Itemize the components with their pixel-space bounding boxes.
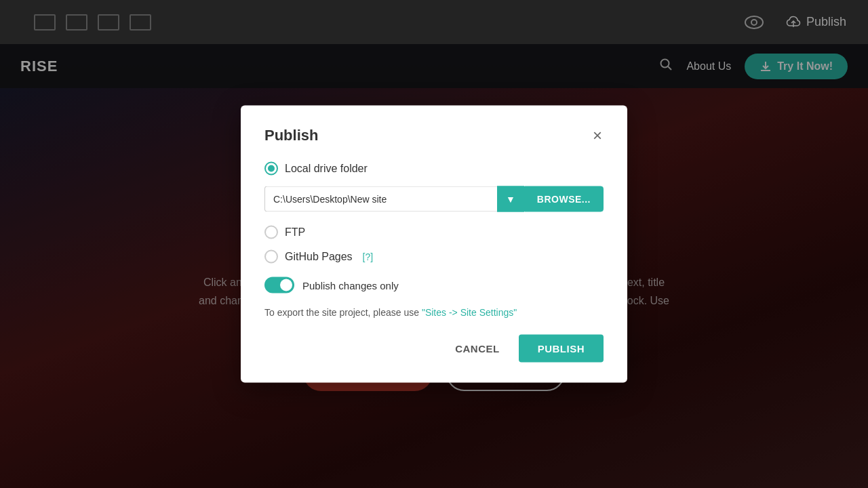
path-dropdown-button[interactable]: ▼ (497, 186, 524, 212)
modal-title: Publish (264, 127, 318, 144)
github-help-link[interactable]: [?] (363, 251, 374, 262)
cancel-button[interactable]: CANCEL (444, 336, 511, 361)
github-option[interactable]: GitHub Pages [?] (264, 250, 604, 264)
local-drive-radio[interactable] (264, 162, 278, 176)
toggle-label: Publish changes only (302, 279, 399, 291)
path-input[interactable] (264, 186, 497, 212)
ftp-label: FTP (285, 226, 305, 239)
toggle-row: Publish changes only (264, 277, 604, 293)
publish-changes-toggle[interactable] (264, 277, 294, 293)
ftp-option[interactable]: FTP (264, 226, 604, 239)
export-note: To export the site project, please use "… (264, 307, 604, 318)
browse-button[interactable]: BROWSE... (524, 186, 604, 212)
modal-header: Publish × (264, 126, 604, 145)
publish-action-button[interactable]: PUBLISH (519, 335, 604, 363)
export-note-text: To export the site project, please use (264, 307, 422, 318)
modal-footer: CANCEL PUBLISH (264, 335, 604, 363)
github-radio[interactable] (264, 250, 278, 264)
local-drive-option[interactable]: Local drive folder (264, 162, 604, 176)
github-label: GitHub Pages (285, 251, 353, 263)
toggle-knob (280, 279, 292, 291)
publish-modal: Publish × Local drive folder ▼ BROWSE...… (241, 106, 627, 383)
path-row: ▼ BROWSE... (264, 186, 604, 212)
local-drive-label: Local drive folder (285, 163, 368, 175)
ftp-radio[interactable] (264, 226, 278, 239)
modal-close-button[interactable]: × (591, 126, 604, 145)
export-settings-link[interactable]: "Sites -> Site Settings" (422, 307, 517, 318)
